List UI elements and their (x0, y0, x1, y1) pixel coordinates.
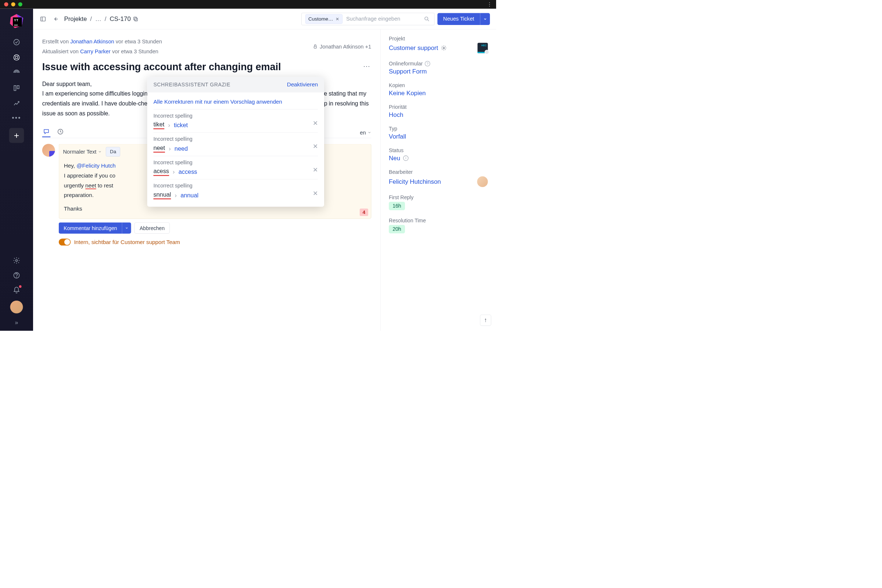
field-label-resolution: Resolution Time (389, 218, 488, 224)
text-style-select[interactable]: Normaler Text (63, 148, 102, 155)
grazie-suggestion[interactable]: Incorrect spellingtiket›ticket✕ (153, 109, 318, 133)
editor-file-button[interactable]: Da (106, 147, 120, 156)
field-value-status[interactable]: Neu i (389, 155, 488, 162)
assignee-avatar (477, 176, 488, 187)
field-label-status: Status (389, 147, 488, 153)
search-icon[interactable] (423, 15, 430, 22)
submit-dropdown[interactable] (122, 222, 131, 233)
tab-sort-select[interactable]: en (360, 129, 371, 136)
new-ticket-dropdown[interactable] (480, 13, 490, 25)
user-avatar[interactable] (10, 301, 23, 314)
grazie-item-label: Incorrect spelling (153, 113, 318, 119)
copy-id-icon[interactable] (133, 16, 138, 22)
submit-comment-button[interactable]: Kommentar hinzufügen (59, 222, 122, 233)
grazie-dismiss-icon[interactable]: ✕ (313, 143, 318, 150)
field-value-assignee[interactable]: Felicity Hutchinson (389, 176, 488, 187)
error-count-badge[interactable]: 4 (360, 209, 368, 216)
help-icon[interactable] (12, 271, 21, 280)
field-label-priority: Priorität (389, 104, 488, 110)
svg-point-14 (425, 17, 428, 20)
grazie-apply-all[interactable]: Alle Korrekturen mit nur einem Vorschlag… (153, 94, 318, 109)
breadcrumb-ellipsis[interactable]: … (95, 15, 101, 22)
grazie-suggestion[interactable]: Incorrect spellingneet›need✕ (153, 133, 318, 156)
project-badge: HEC (477, 43, 488, 53)
notifications-icon[interactable] (12, 285, 21, 295)
updated-by-link[interactable]: Carry Parker (80, 48, 111, 55)
gear-icon[interactable] (441, 45, 447, 51)
grazie-dismiss-icon[interactable]: ✕ (313, 190, 318, 197)
panel-toggle-icon[interactable] (39, 15, 46, 22)
grazie-right-word[interactable]: ticket (174, 122, 188, 129)
grazie-title: SCHREIBASSISTENT GRAZIE (153, 82, 230, 87)
close-window-button[interactable] (4, 2, 8, 6)
search-input[interactable] (346, 16, 421, 22)
grazie-wrong-word: acess (153, 168, 169, 176)
ticket-actions-menu[interactable]: ⋯ (363, 61, 372, 70)
tab-history[interactable] (56, 128, 64, 137)
grazie-suggestion[interactable]: Incorrect spellingacess›access✕ (153, 156, 318, 179)
grazie-right-word[interactable]: need (175, 145, 188, 152)
expand-sidebar-icon[interactable]: » (15, 320, 18, 326)
arrow-right-icon: › (169, 145, 171, 152)
window-titlebar: ⋯ (0, 0, 496, 9)
svg-point-17 (443, 47, 445, 49)
topbar: Projekte / … / CS-170 Custome… ✕ (33, 9, 496, 29)
visibility-label: Intern, sichtbar für Customer support Te… (74, 239, 180, 245)
field-value-form[interactable]: Support Form (389, 68, 488, 75)
field-value-priority[interactable]: Hoch (389, 111, 488, 118)
chevron-down-icon (368, 131, 371, 135)
arrow-right-icon: › (173, 168, 175, 175)
grazie-wrong-word: neet (153, 144, 165, 153)
visibility-toggle[interactable] (59, 238, 71, 246)
settings-icon[interactable] (12, 256, 21, 265)
mention[interactable]: @Felicity Hutch (76, 163, 116, 169)
created-by-link[interactable]: Jonathan Atkinson (70, 38, 114, 45)
ticket-meta: Erstellt von Jonathan Atkinson vor etwa … (42, 36, 372, 57)
info-icon[interactable]: i (403, 156, 409, 161)
search-filter-chip[interactable]: Custome… ✕ (305, 14, 342, 24)
window-controls (4, 2, 22, 6)
visibility-info[interactable]: Jonathan Atkinson +1 (313, 36, 371, 57)
search-box[interactable]: Custome… ✕ (302, 13, 434, 26)
scroll-to-top-button[interactable]: ↑ (480, 315, 491, 326)
breadcrumb-projects[interactable]: Projekte (64, 15, 87, 22)
maximize-window-button[interactable] (18, 2, 22, 6)
nav-add-button[interactable]: + (9, 128, 24, 143)
tab-comments[interactable] (42, 129, 51, 138)
grazie-suggestion[interactable]: Incorrect spellingsnnual›annual✕ (153, 179, 318, 203)
grazie-right-word[interactable]: access (178, 168, 197, 175)
field-value-copies[interactable]: Keine Kopien (389, 90, 488, 97)
field-value-type[interactable]: Vorfall (389, 133, 488, 140)
grazie-dismiss-icon[interactable]: ✕ (313, 119, 318, 127)
app-logo[interactable]: YT (9, 14, 24, 28)
commenter-avatar (42, 144, 55, 157)
lock-icon (313, 44, 318, 49)
svg-point-9 (16, 277, 17, 277)
minimize-window-button[interactable] (11, 2, 15, 6)
window-menu-icon[interactable]: ⋯ (487, 2, 492, 8)
field-value-project[interactable]: Customer support HEC (389, 43, 488, 53)
field-value-resolution: 20h (389, 225, 405, 233)
grazie-popup: SCHREIBASSISTENT GRAZIE Deaktivieren All… (147, 77, 324, 207)
grazie-right-word[interactable]: annual (180, 192, 198, 199)
breadcrumb-ticket-id[interactable]: CS-170 (110, 15, 131, 22)
grazie-dismiss-icon[interactable]: ✕ (313, 166, 318, 174)
nav-tasks-icon[interactable] (12, 38, 21, 46)
info-icon[interactable]: ? (425, 61, 430, 66)
field-label-assignee: Bearbeiter (389, 169, 488, 175)
nav-reports-icon[interactable] (12, 99, 21, 108)
nav-activity-icon[interactable] (12, 68, 21, 78)
nav-support-icon[interactable] (12, 53, 21, 62)
visibility-toggle-row: Intern, sichtbar für Customer support Te… (59, 238, 372, 246)
notification-badge (19, 285, 22, 288)
cancel-button[interactable]: Abbrechen (135, 222, 170, 233)
spelling-error[interactable]: neet (85, 182, 96, 189)
new-ticket-button[interactable]: Neues Ticket (437, 13, 480, 25)
svg-rect-10 (41, 17, 46, 21)
grazie-wrong-word: tiket (153, 121, 164, 129)
grazie-deactivate-link[interactable]: Deaktivieren (287, 82, 318, 88)
nav-more-icon[interactable]: ••• (12, 114, 21, 122)
chip-remove-icon[interactable]: ✕ (336, 16, 339, 22)
nav-boards-icon[interactable] (12, 83, 21, 93)
back-icon[interactable] (52, 15, 59, 22)
